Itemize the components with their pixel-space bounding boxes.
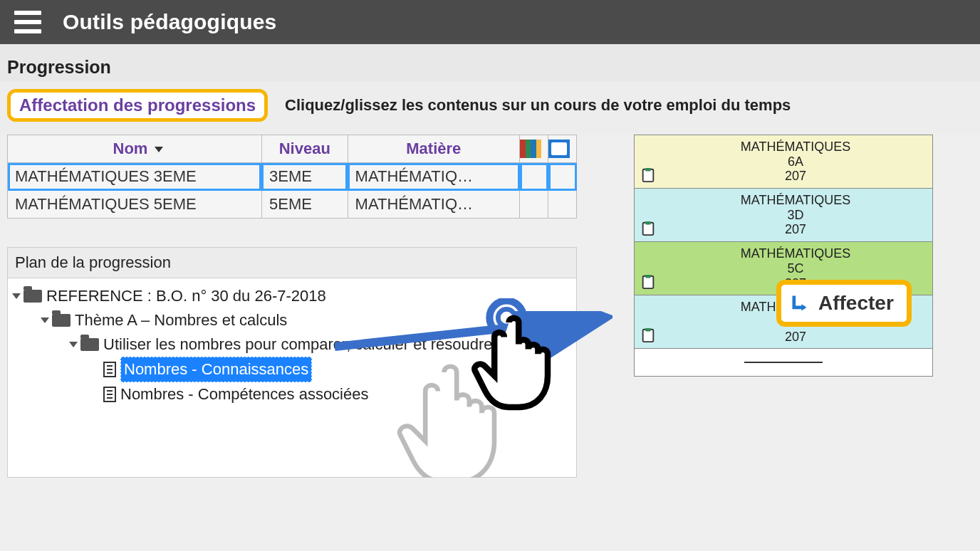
plan-body: REFERENCE : B.O. n° 30 du 26-7-2018 Thèm… <box>7 278 577 478</box>
folder-icon <box>80 338 99 351</box>
svg-rect-8 <box>645 275 650 278</box>
card-room: 207 <box>664 222 927 237</box>
divider <box>744 362 823 363</box>
col-name[interactable]: Nom <box>8 135 262 163</box>
main-area: Nom Niveau Matière MATHÉMATIQUES 3EME 3E… <box>0 135 980 478</box>
card-subject: MATHÉMATIQUES <box>664 140 927 154</box>
hamburger-icon[interactable] <box>14 11 41 33</box>
schedule-card[interactable]: MATHÉMATIQUES 6A 207 <box>635 135 932 189</box>
clipboard-icon <box>640 273 656 290</box>
schedule-card[interactable]: MATHÉMATIQUES 3D 207 <box>635 189 932 242</box>
cell-class <box>548 191 577 219</box>
tab-strip: Affectation des progressions Cliquez/gli… <box>0 82 980 135</box>
col-subject[interactable]: Matière <box>348 135 519 163</box>
app-title: Outils pédagogiques <box>63 10 277 34</box>
card-room: 207 <box>664 330 927 345</box>
card-subject: MATHÉMATIQUES <box>664 193 927 208</box>
cell-level: 5EME <box>261 191 348 219</box>
expand-icon[interactable] <box>41 318 49 323</box>
card-class: 6A <box>664 154 927 169</box>
cell-name: MATHÉMATIQUES 5EME <box>8 191 262 219</box>
table-row[interactable]: MATHÉMATIQUES 5EME 5EME MATHÉMATIQ… <box>8 191 577 219</box>
card-room: 207 <box>664 169 927 184</box>
node-label: Utiliser les nombres pour comparer, calc… <box>103 332 506 357</box>
cell-level: 3EME <box>261 163 348 191</box>
tree-node-theme[interactable]: Thème A – Nombres et calculs <box>41 308 572 332</box>
schedule-cards: MATHÉMATIQUES 6A 207 MATHÉMATIQUES 3D 20… <box>634 135 933 377</box>
tab-label: Affectation des progressions <box>19 95 256 115</box>
schedule-empty-slot <box>635 349 932 376</box>
progressions-table: Nom Niveau Matière MATHÉMATIQUES 3EME 3E… <box>7 135 577 219</box>
leaf-label-selected: Nombres - Connaissances <box>120 357 312 382</box>
table-body: MATHÉMATIQUES 3EME 3EME MATHÉMATIQ… MATH… <box>8 163 577 219</box>
page-title: Progression <box>0 44 980 82</box>
svg-rect-6 <box>645 221 650 225</box>
cell-books <box>520 163 548 191</box>
cell-subject: MATHÉMATIQ… <box>348 163 519 191</box>
affecter-callout[interactable]: Affecter <box>776 280 912 327</box>
tree-leaf[interactable]: Nombres - Compétences associées <box>103 382 572 406</box>
cell-class <box>548 163 577 191</box>
page-icon <box>103 362 116 377</box>
node-label: Thème A – Nombres et calculs <box>75 308 287 332</box>
right-column: MATHÉMATIQUES 6A 207 MATHÉMATIQUES 3D 20… <box>634 135 933 478</box>
col-books-icon[interactable] <box>520 135 548 163</box>
tree-node-root[interactable]: REFERENCE : B.O. n° 30 du 26-7-2018 <box>12 284 572 308</box>
left-column: Nom Niveau Matière MATHÉMATIQUES 3EME 3E… <box>7 135 577 478</box>
clipboard-icon <box>640 327 656 344</box>
node-label: REFERENCE : B.O. n° 30 du 26-7-2018 <box>46 284 326 308</box>
table-row[interactable]: MATHÉMATIQUES 3EME 3EME MATHÉMATIQ… <box>8 163 577 191</box>
plan-header: Plan de la progression <box>7 247 577 278</box>
card-subject: MATHÉMATIQUES <box>664 246 927 261</box>
help-text: Cliquez/glissez les contenus sur un cour… <box>285 96 791 115</box>
clipboard-icon <box>640 220 656 237</box>
col-level[interactable]: Niveau <box>261 135 348 163</box>
expand-icon[interactable] <box>12 293 21 299</box>
leaf-label: Nombres - Compétences associées <box>120 382 368 406</box>
class-icon <box>548 140 570 158</box>
cell-subject: MATHÉMATIQ… <box>348 191 519 219</box>
affecter-label: Affecter <box>818 292 894 315</box>
card-class: 5C <box>664 261 927 276</box>
card-class: 3D <box>664 208 927 223</box>
tab-affectation[interactable]: Affectation des progressions <box>7 89 268 122</box>
svg-rect-4 <box>645 168 650 172</box>
books-icon <box>520 140 541 158</box>
svg-rect-10 <box>645 328 650 332</box>
table-header: Nom Niveau Matière <box>8 135 577 163</box>
tree-node-sub[interactable]: Utiliser les nombres pour comparer, calc… <box>69 332 572 357</box>
folder-icon <box>24 290 42 303</box>
cell-books <box>520 191 548 219</box>
page-icon <box>103 387 116 402</box>
col-class-icon[interactable] <box>548 135 577 163</box>
clipboard-icon <box>640 167 656 184</box>
app-header: Outils pédagogiques <box>0 0 980 44</box>
affecter-icon <box>790 293 810 313</box>
folder-icon <box>52 314 71 327</box>
cell-name: MATHÉMATIQUES 3EME <box>8 163 262 191</box>
expand-icon[interactable] <box>69 342 78 347</box>
tree-leaf-selected[interactable]: Nombres - Connaissances <box>103 357 572 382</box>
